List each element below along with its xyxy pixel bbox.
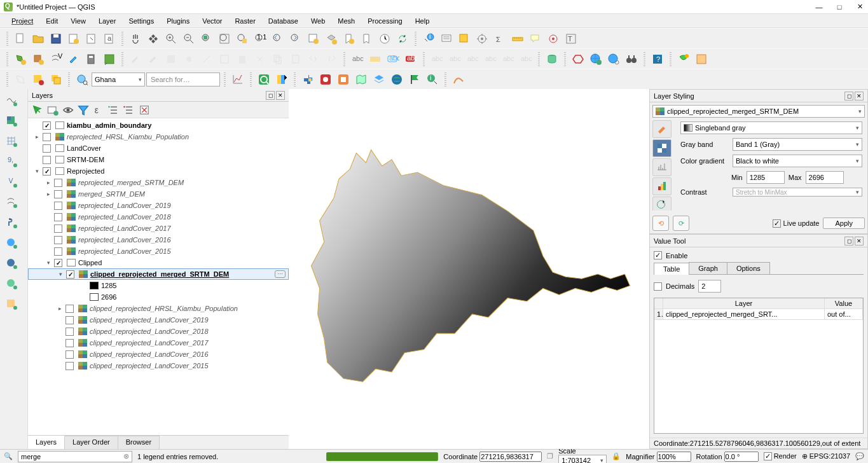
- python-icon[interactable]: [300, 71, 316, 88]
- rotation-input[interactable]: [724, 452, 759, 462]
- tree-item[interactable]: clipped_reprojected_LandCover_2015: [28, 360, 289, 371]
- copy-icon[interactable]: [270, 51, 286, 67]
- layer-checkbox[interactable]: [54, 179, 62, 187]
- gray-band-combo[interactable]: Band 1 (Gray): [733, 138, 862, 151]
- magnifier-input[interactable]: [657, 452, 691, 462]
- layer-checkbox[interactable]: [54, 190, 62, 198]
- add-mesh-icon[interactable]: [1, 132, 22, 150]
- crs-button[interactable]: ⊕ EPSG:21037: [802, 452, 850, 460]
- layer-checkbox[interactable]: [65, 350, 74, 359]
- tree-item[interactable]: ▸reprojected_HRSL_Kiambu_Population: [28, 131, 289, 142]
- layer-checkbox[interactable]: [65, 316, 74, 324]
- coordinate-input[interactable]: [479, 452, 542, 462]
- add-raster-icon[interactable]: [1, 112, 22, 130]
- transparency-tab-icon[interactable]: [652, 139, 672, 157]
- layer-checkbox[interactable]: [43, 121, 51, 130]
- binoculars-icon[interactable]: [623, 51, 640, 67]
- value-table[interactable]: Layer Value 1 clipped_reprojected_merged…: [654, 298, 864, 434]
- close-button[interactable]: ✕: [855, 3, 864, 11]
- layer-checkbox[interactable]: [65, 339, 74, 347]
- identify-icon[interactable]: i: [420, 31, 437, 47]
- new-print-layout-icon[interactable]: [65, 31, 82, 47]
- live-update-checkbox[interactable]: ✓ Live update: [773, 219, 820, 228]
- layer-checkbox[interactable]: [54, 259, 62, 267]
- zoom-next-icon[interactable]: [287, 31, 304, 47]
- show-bookmarks-icon[interactable]: [359, 31, 375, 47]
- pan-to-selection-icon[interactable]: [145, 31, 162, 47]
- decimals-input[interactable]: [698, 280, 721, 293]
- vtab-options[interactable]: Options: [727, 262, 770, 274]
- add-vector-icon[interactable]: [1, 92, 22, 109]
- scp-paint-icon[interactable]: [273, 71, 290, 88]
- layer-filter-badge[interactable]: ⋯: [275, 270, 286, 278]
- style-manager-icon[interactable]: a: [101, 31, 118, 47]
- no-label-icon[interactable]: abc: [403, 51, 419, 67]
- plot-icon[interactable]: [230, 71, 246, 88]
- label-tool-3-icon[interactable]: abc: [464, 51, 481, 67]
- panel-close-icon[interactable]: ✕: [276, 91, 285, 100]
- globe-plus-icon[interactable]: [588, 51, 604, 67]
- label-tool-4-icon[interactable]: abc: [482, 51, 499, 67]
- value-close-icon[interactable]: ✕: [855, 237, 864, 245]
- tree-item[interactable]: reprojected_LandCover_2018: [28, 211, 289, 223]
- label-tool-6-icon[interactable]: abc: [518, 51, 534, 67]
- layer-checkbox[interactable]: [65, 362, 74, 370]
- tree-item[interactable]: SRTM-DEM: [28, 154, 289, 165]
- styling-layer-combo[interactable]: clipped_reprojected_merged_SRTM_DEM: [652, 105, 865, 118]
- maptips-icon[interactable]: [527, 31, 544, 47]
- scale-combo[interactable]: 1:703142: [558, 455, 607, 464]
- layer-style-icon[interactable]: [31, 103, 45, 117]
- zoom-selection-icon[interactable]: [234, 31, 251, 47]
- menu-edit[interactable]: Edit: [39, 16, 64, 26]
- expander-icon[interactable]: ▸: [45, 179, 52, 186]
- pan-icon[interactable]: [127, 31, 144, 47]
- tab-browser[interactable]: Browser: [118, 436, 160, 449]
- hex-shape-icon[interactable]: [570, 51, 586, 67]
- new-geopackage-icon[interactable]: [30, 51, 46, 67]
- tree-item[interactable]: ▾Clipped: [28, 257, 289, 268]
- add-delimited-icon[interactable]: 9,: [1, 153, 22, 170]
- map-tool-icon[interactable]: [353, 71, 369, 88]
- annotation-icon[interactable]: [545, 31, 561, 47]
- attrib-toggle-icon[interactable]: [101, 51, 118, 67]
- menu-processing[interactable]: Processing: [361, 16, 408, 26]
- layer-checkbox[interactable]: [43, 133, 51, 141]
- red-tool-icon[interactable]: [317, 71, 334, 88]
- apply-button[interactable]: Apply: [823, 218, 865, 229]
- blue-tool-icon[interactable]: [371, 71, 387, 88]
- vtab-table[interactable]: Table: [654, 263, 689, 275]
- new-3d-view-icon[interactable]: [323, 31, 340, 47]
- add-group-icon[interactable]: [46, 103, 60, 117]
- vtab-graph[interactable]: Graph: [689, 262, 727, 274]
- paste-icon[interactable]: [287, 51, 304, 67]
- new-virtual-layer-icon[interactable]: V: [48, 51, 64, 67]
- current-edits-icon[interactable]: [127, 51, 144, 67]
- layer-checkbox[interactable]: [54, 225, 62, 233]
- select-features-icon[interactable]: [456, 31, 472, 47]
- tab-layer-order[interactable]: Layer Order: [65, 436, 118, 449]
- tree-item[interactable]: ▸merged_SRTM_DEM: [28, 188, 289, 200]
- add-wms-icon[interactable]: [1, 234, 22, 252]
- decimals-checkbox[interactable]: [654, 282, 662, 291]
- styling-undock-icon[interactable]: ◻: [844, 92, 853, 100]
- plugin-icon-2[interactable]: [693, 51, 710, 67]
- tree-item[interactable]: ▸reprojected_merged_SRTM_DEM: [28, 177, 289, 188]
- label-abc-icon[interactable]: abc: [349, 51, 366, 67]
- tree-item[interactable]: 2696: [28, 291, 289, 303]
- save-edits-icon[interactable]: [163, 51, 179, 67]
- osm-search-icon[interactable]: [74, 71, 90, 88]
- tree-item[interactable]: reprojected_LandCover_2016: [28, 234, 289, 245]
- filter-expr-icon[interactable]: ε: [92, 103, 106, 117]
- globe-round-icon[interactable]: [389, 71, 405, 88]
- menu-raster[interactable]: Raster: [228, 16, 261, 26]
- layer-checkbox[interactable]: [66, 270, 74, 279]
- menu-database[interactable]: Database: [262, 16, 305, 26]
- help-icon[interactable]: ?: [649, 51, 666, 67]
- collapse-all-icon[interactable]: [122, 103, 136, 117]
- layer-checkbox[interactable]: [65, 305, 74, 313]
- add-postgis-icon[interactable]: [1, 214, 22, 232]
- layer-checkbox[interactable]: [43, 167, 51, 176]
- layer-checkbox[interactable]: [65, 328, 74, 336]
- measure-icon[interactable]: [509, 31, 526, 47]
- expander-icon[interactable]: ▸: [33, 134, 41, 140]
